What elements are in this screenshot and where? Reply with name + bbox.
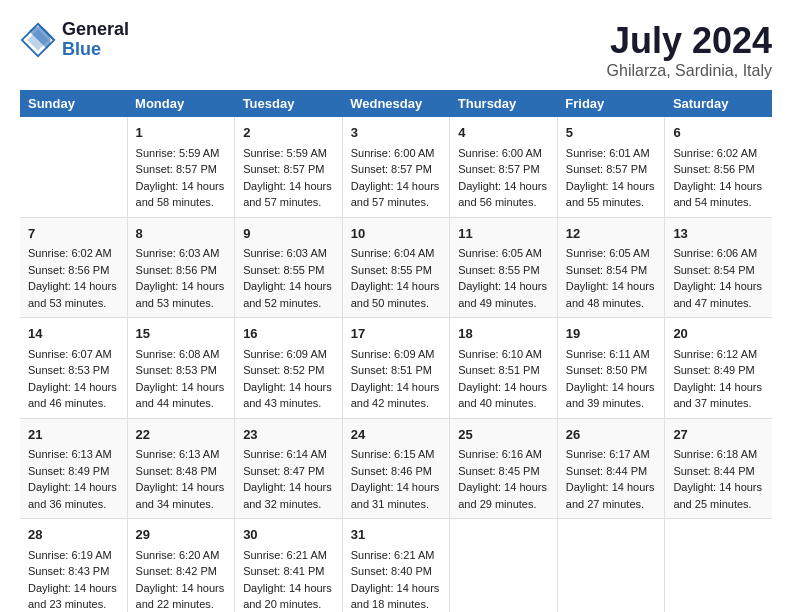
day-number: 7	[28, 224, 119, 244]
day-cell: 22Sunrise: 6:13 AMSunset: 8:48 PMDayligh…	[127, 418, 235, 519]
day-number: 25	[458, 425, 549, 445]
day-info-line: and 50 minutes.	[351, 295, 442, 312]
logo: General Blue	[20, 20, 129, 60]
day-info-line: Daylight: 14 hours	[351, 580, 442, 597]
day-info-line: and 27 minutes.	[566, 496, 657, 513]
day-number: 15	[136, 324, 227, 344]
day-info-line: Sunrise: 6:10 AM	[458, 346, 549, 363]
day-info-line: Sunset: 8:55 PM	[243, 262, 334, 279]
day-info-line: and 57 minutes.	[243, 194, 334, 211]
day-number: 28	[28, 525, 119, 545]
day-number: 3	[351, 123, 442, 143]
day-info-line: and 44 minutes.	[136, 395, 227, 412]
day-info-line: Daylight: 14 hours	[136, 379, 227, 396]
day-cell: 31Sunrise: 6:21 AMSunset: 8:40 PMDayligh…	[342, 519, 450, 613]
day-info-line: and 48 minutes.	[566, 295, 657, 312]
day-info-line: Sunrise: 6:14 AM	[243, 446, 334, 463]
day-info-line: and 34 minutes.	[136, 496, 227, 513]
day-info-line: Daylight: 14 hours	[28, 580, 119, 597]
day-info-line: Sunset: 8:46 PM	[351, 463, 442, 480]
day-info-line: and 23 minutes.	[28, 596, 119, 612]
day-info-line: Sunset: 8:52 PM	[243, 362, 334, 379]
week-row-1: 1Sunrise: 5:59 AMSunset: 8:57 PMDaylight…	[20, 117, 772, 217]
day-info-line: Daylight: 14 hours	[243, 178, 334, 195]
day-cell: 26Sunrise: 6:17 AMSunset: 8:44 PMDayligh…	[557, 418, 665, 519]
day-info-line: Sunrise: 6:06 AM	[673, 245, 764, 262]
header-cell-saturday: Saturday	[665, 90, 772, 117]
day-cell: 23Sunrise: 6:14 AMSunset: 8:47 PMDayligh…	[235, 418, 343, 519]
day-info-line: Sunrise: 5:59 AM	[243, 145, 334, 162]
day-info-line: Sunset: 8:48 PM	[136, 463, 227, 480]
day-info-line: Sunset: 8:56 PM	[673, 161, 764, 178]
day-cell: 9Sunrise: 6:03 AMSunset: 8:55 PMDaylight…	[235, 217, 343, 318]
week-row-4: 21Sunrise: 6:13 AMSunset: 8:49 PMDayligh…	[20, 418, 772, 519]
day-info-line: Sunrise: 6:03 AM	[243, 245, 334, 262]
day-info-line: and 54 minutes.	[673, 194, 764, 211]
day-info-line: Sunrise: 6:05 AM	[458, 245, 549, 262]
day-info-line: Sunset: 8:51 PM	[351, 362, 442, 379]
header-cell-monday: Monday	[127, 90, 235, 117]
day-cell: 29Sunrise: 6:20 AMSunset: 8:42 PMDayligh…	[127, 519, 235, 613]
day-info-line: Daylight: 14 hours	[458, 278, 549, 295]
day-info-line: Sunrise: 6:01 AM	[566, 145, 657, 162]
day-info-line: Sunrise: 6:19 AM	[28, 547, 119, 564]
day-info-line: Daylight: 14 hours	[673, 379, 764, 396]
day-info-line: Daylight: 14 hours	[673, 479, 764, 496]
day-cell: 28Sunrise: 6:19 AMSunset: 8:43 PMDayligh…	[20, 519, 127, 613]
day-number: 30	[243, 525, 334, 545]
day-cell: 20Sunrise: 6:12 AMSunset: 8:49 PMDayligh…	[665, 318, 772, 419]
day-info-line: Daylight: 14 hours	[566, 479, 657, 496]
day-info-line: Sunset: 8:44 PM	[566, 463, 657, 480]
day-info-line: Sunset: 8:43 PM	[28, 563, 119, 580]
day-info-line: Sunset: 8:47 PM	[243, 463, 334, 480]
day-number: 17	[351, 324, 442, 344]
week-row-5: 28Sunrise: 6:19 AMSunset: 8:43 PMDayligh…	[20, 519, 772, 613]
day-info-line: Daylight: 14 hours	[136, 479, 227, 496]
day-info-line: Sunset: 8:54 PM	[566, 262, 657, 279]
day-info-line: Daylight: 14 hours	[673, 178, 764, 195]
day-info-line: Sunrise: 6:17 AM	[566, 446, 657, 463]
day-cell: 24Sunrise: 6:15 AMSunset: 8:46 PMDayligh…	[342, 418, 450, 519]
day-info-line: Sunrise: 6:02 AM	[28, 245, 119, 262]
day-number: 11	[458, 224, 549, 244]
day-cell: 27Sunrise: 6:18 AMSunset: 8:44 PMDayligh…	[665, 418, 772, 519]
day-info-line: and 43 minutes.	[243, 395, 334, 412]
day-number: 16	[243, 324, 334, 344]
header-row: SundayMondayTuesdayWednesdayThursdayFrid…	[20, 90, 772, 117]
day-info-line: Sunrise: 6:03 AM	[136, 245, 227, 262]
day-info-line: and 46 minutes.	[28, 395, 119, 412]
day-info-line: and 31 minutes.	[351, 496, 442, 513]
day-info-line: Daylight: 14 hours	[458, 178, 549, 195]
day-info-line: and 29 minutes.	[458, 496, 549, 513]
day-number: 14	[28, 324, 119, 344]
day-info-line: Daylight: 14 hours	[673, 278, 764, 295]
day-info-line: Daylight: 14 hours	[136, 278, 227, 295]
day-cell: 1Sunrise: 5:59 AMSunset: 8:57 PMDaylight…	[127, 117, 235, 217]
day-info-line: and 18 minutes.	[351, 596, 442, 612]
day-info-line: Sunset: 8:56 PM	[136, 262, 227, 279]
day-info-line: Sunset: 8:53 PM	[136, 362, 227, 379]
day-info-line: Daylight: 14 hours	[28, 479, 119, 496]
day-info-line: and 58 minutes.	[136, 194, 227, 211]
day-cell: 21Sunrise: 6:13 AMSunset: 8:49 PMDayligh…	[20, 418, 127, 519]
day-info-line: Sunset: 8:54 PM	[673, 262, 764, 279]
header-cell-tuesday: Tuesday	[235, 90, 343, 117]
day-cell: 3Sunrise: 6:00 AMSunset: 8:57 PMDaylight…	[342, 117, 450, 217]
day-info-line: Daylight: 14 hours	[136, 580, 227, 597]
day-number: 13	[673, 224, 764, 244]
day-info-line: Daylight: 14 hours	[28, 379, 119, 396]
day-info-line: Daylight: 14 hours	[566, 379, 657, 396]
day-info-line: Sunrise: 6:02 AM	[673, 145, 764, 162]
day-cell: 7Sunrise: 6:02 AMSunset: 8:56 PMDaylight…	[20, 217, 127, 318]
day-info-line: and 39 minutes.	[566, 395, 657, 412]
day-info-line: Sunrise: 6:13 AM	[136, 446, 227, 463]
day-info-line: Daylight: 14 hours	[351, 479, 442, 496]
day-info-line: Sunset: 8:56 PM	[28, 262, 119, 279]
day-cell: 14Sunrise: 6:07 AMSunset: 8:53 PMDayligh…	[20, 318, 127, 419]
day-info-line: Sunset: 8:45 PM	[458, 463, 549, 480]
day-number: 20	[673, 324, 764, 344]
day-number: 26	[566, 425, 657, 445]
day-info-line: Sunrise: 6:04 AM	[351, 245, 442, 262]
subtitle: Ghilarza, Sardinia, Italy	[607, 62, 772, 80]
day-info-line: Sunrise: 6:13 AM	[28, 446, 119, 463]
